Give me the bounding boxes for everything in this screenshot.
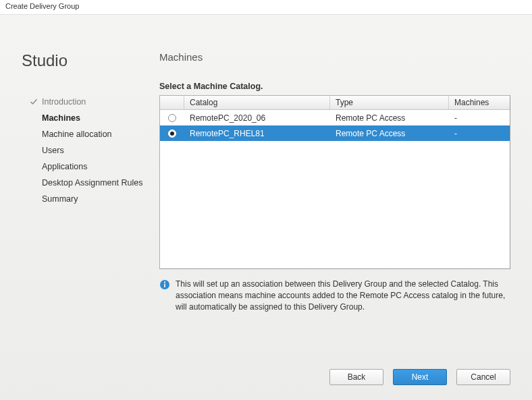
col-header-catalog[interactable]: Catalog	[184, 96, 330, 109]
sidebar-title: Studio	[22, 51, 150, 70]
info-icon	[159, 279, 170, 290]
svg-point-2	[164, 281, 165, 283]
page-heading: Machines	[159, 51, 510, 63]
radio-icon[interactable]	[168, 130, 176, 138]
window-title: Create Delivery Group	[5, 2, 79, 10]
window-title-bar: Create Delivery Group	[0, 0, 532, 15]
nav-label: Introduction	[42, 97, 86, 107]
nav-label: Users	[42, 146, 64, 155]
nav-item-applications[interactable]: Applications	[22, 162, 150, 171]
wizard-body: Studio Introduction Machines Machine all…	[0, 15, 532, 400]
cancel-button[interactable]: Cancel	[456, 369, 510, 385]
nav-item-machines[interactable]: Machines	[22, 113, 150, 123]
wizard-sidebar: Studio Introduction Machines Machine all…	[22, 51, 150, 204]
cell-type: Remote PC Access	[330, 129, 449, 138]
cell-machines: -	[449, 113, 510, 123]
catalog-grid: Catalog Type Machines RemotePC_2020_06 R…	[159, 95, 510, 269]
nav-item-users[interactable]: Users	[22, 146, 150, 155]
nav-item-machine-allocation[interactable]: Machine allocation	[22, 130, 150, 139]
col-header-machines[interactable]: Machines	[449, 96, 510, 109]
radio-icon[interactable]	[168, 114, 176, 122]
nav-label: Summary	[42, 194, 78, 204]
nav-label: Applications	[42, 162, 87, 171]
cell-machines: -	[449, 129, 510, 138]
wizard-main: Machines Select a Machine Catalog. Catal…	[159, 51, 510, 312]
col-header-select	[160, 96, 184, 109]
next-button[interactable]: Next	[393, 369, 447, 385]
cell-type: Remote PC Access	[330, 113, 449, 123]
info-callout: This will set up an association between …	[159, 279, 510, 312]
cell-catalog: RemotePC_RHEL81	[184, 129, 330, 138]
col-header-type[interactable]: Type	[330, 96, 449, 109]
svg-rect-1	[164, 284, 165, 288]
info-text: This will set up an association between …	[176, 279, 510, 312]
wizard-nav: Introduction Machines Machine allocation…	[22, 97, 150, 204]
back-button[interactable]: Back	[329, 369, 383, 385]
catalog-grid-header: Catalog Type Machines	[160, 96, 510, 110]
nav-label: Machines	[42, 113, 80, 123]
nav-label: Desktop Assignment Rules	[42, 178, 142, 188]
cell-catalog: RemotePC_2020_06	[184, 113, 330, 123]
nav-item-desktop-assignment-rules[interactable]: Desktop Assignment Rules	[22, 178, 150, 188]
catalog-row[interactable]: RemotePC_2020_06 Remote PC Access -	[160, 110, 510, 125]
wizard-buttons: Back Next Cancel	[329, 369, 510, 385]
nav-item-summary[interactable]: Summary	[22, 194, 150, 204]
catalog-row[interactable]: RemotePC_RHEL81 Remote PC Access -	[160, 125, 510, 141]
nav-item-introduction[interactable]: Introduction	[22, 97, 150, 107]
page-subheading: Select a Machine Catalog.	[159, 82, 510, 91]
check-icon	[30, 98, 38, 106]
nav-label: Machine allocation	[42, 130, 112, 139]
